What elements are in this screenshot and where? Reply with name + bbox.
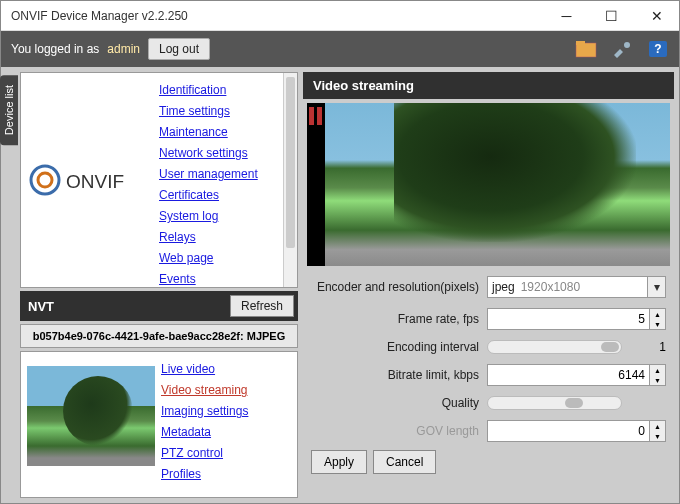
device-id[interactable]: b057b4e9-076c-4421-9afe-bae9acc28e2f: MJ… <box>20 324 298 348</box>
chevron-down-icon: ▾ <box>647 277 665 297</box>
bitrate-spinner[interactable]: ▲▼ <box>650 364 666 386</box>
folder-icon[interactable] <box>575 40 597 58</box>
link-maintenance[interactable]: Maintenance <box>159 123 291 141</box>
maximize-button[interactable]: ☐ <box>589 1 634 31</box>
logout-button[interactable]: Log out <box>148 38 210 60</box>
encoding-interval-value: 1 <box>630 340 666 354</box>
bitrate-input[interactable] <box>487 364 650 386</box>
video-preview <box>307 103 670 266</box>
close-button[interactable]: ✕ <box>634 1 679 31</box>
refresh-button[interactable]: Refresh <box>230 295 294 317</box>
link-profiles[interactable]: Profiles <box>161 465 291 483</box>
link-events[interactable]: Events <box>159 270 291 287</box>
username: admin <box>107 42 140 56</box>
quality-slider[interactable] <box>487 396 622 410</box>
left-panel: ONVIF Identification Time settings Maint… <box>20 72 298 498</box>
resolution-value: 1920x1080 <box>521 280 580 294</box>
encoding-interval-label: Encoding interval <box>311 340 479 354</box>
quality-label: Quality <box>311 396 479 410</box>
link-time-settings[interactable]: Time settings <box>159 102 291 120</box>
right-panel: Video streaming Encoder and resolution(p… <box>303 72 674 498</box>
titlebar: ONVIF Device Manager v2.2.250 ─ ☐ ✕ <box>1 1 679 31</box>
settings-form: Encoder and resolution(pixels) jpeg 1920… <box>303 276 674 450</box>
pause-icon[interactable] <box>309 107 323 125</box>
link-identification[interactable]: Identification <box>159 81 291 99</box>
video-thumbnail <box>27 366 155 466</box>
profile-links: Live video Video streaming Imaging setti… <box>161 358 291 491</box>
apply-button[interactable]: Apply <box>311 450 367 474</box>
svg-text:ONVIF: ONVIF <box>66 171 124 192</box>
cancel-button[interactable]: Cancel <box>373 450 436 474</box>
bitrate-label: Bitrate limit, kbps <box>311 368 479 382</box>
encoder-value: jpeg <box>492 280 515 294</box>
action-buttons: Apply Cancel <box>303 450 674 482</box>
window-title: ONVIF Device Manager v2.2.250 <box>11 9 544 23</box>
framerate-label: Frame rate, fps <box>311 312 479 326</box>
framerate-input[interactable] <box>487 308 650 330</box>
link-web-page[interactable]: Web page <box>159 249 291 267</box>
tools-icon[interactable] <box>611 40 633 58</box>
link-system-log[interactable]: System log <box>159 207 291 225</box>
links-scrollbar[interactable] <box>283 73 297 287</box>
main-body: Device list ONVIF Identification Time se… <box>1 67 679 503</box>
svg-point-4 <box>31 166 59 194</box>
link-certificates[interactable]: Certificates <box>159 186 291 204</box>
link-live-video[interactable]: Live video <box>161 360 291 378</box>
help-icon[interactable]: ? <box>647 40 669 58</box>
link-imaging-settings[interactable]: Imaging settings <box>161 402 291 420</box>
device-list-tab[interactable]: Device list <box>0 75 18 145</box>
video-frame <box>325 103 670 266</box>
gov-spinner[interactable]: ▲▼ <box>650 420 666 442</box>
link-video-streaming[interactable]: Video streaming <box>161 381 291 399</box>
nvt-header: NVT Refresh <box>20 291 298 321</box>
framerate-spinner[interactable]: ▲▼ <box>650 308 666 330</box>
onvif-logo: ONVIF <box>21 73 153 287</box>
logged-in-label: You logged in as <box>11 42 99 56</box>
svg-point-5 <box>38 173 52 187</box>
panel-header: Video streaming <box>303 72 674 99</box>
link-metadata[interactable]: Metadata <box>161 423 291 441</box>
topbar: You logged in as admin Log out ? <box>1 31 679 67</box>
link-user-management[interactable]: User management <box>159 165 291 183</box>
encoding-interval-slider[interactable] <box>487 340 622 354</box>
svg-rect-0 <box>576 43 596 57</box>
device-info-box: ONVIF Identification Time settings Maint… <box>20 72 298 288</box>
minimize-button[interactable]: ─ <box>544 1 589 31</box>
encoder-label: Encoder and resolution(pixels) <box>311 280 479 294</box>
profile-box: Live video Video streaming Imaging setti… <box>20 351 298 498</box>
gov-label: GOV length <box>311 424 479 438</box>
link-relays[interactable]: Relays <box>159 228 291 246</box>
gov-input[interactable] <box>487 420 650 442</box>
encoder-select[interactable]: jpeg 1920x1080 ▾ <box>487 276 666 298</box>
link-ptz-control[interactable]: PTZ control <box>161 444 291 462</box>
link-network-settings[interactable]: Network settings <box>159 144 291 162</box>
nvt-label: NVT <box>28 299 230 314</box>
device-links: Identification Time settings Maintenance… <box>153 73 297 287</box>
svg-rect-1 <box>576 41 585 45</box>
svg-text:?: ? <box>654 42 661 56</box>
app-window: ONVIF Device Manager v2.2.250 ─ ☐ ✕ You … <box>0 0 680 504</box>
